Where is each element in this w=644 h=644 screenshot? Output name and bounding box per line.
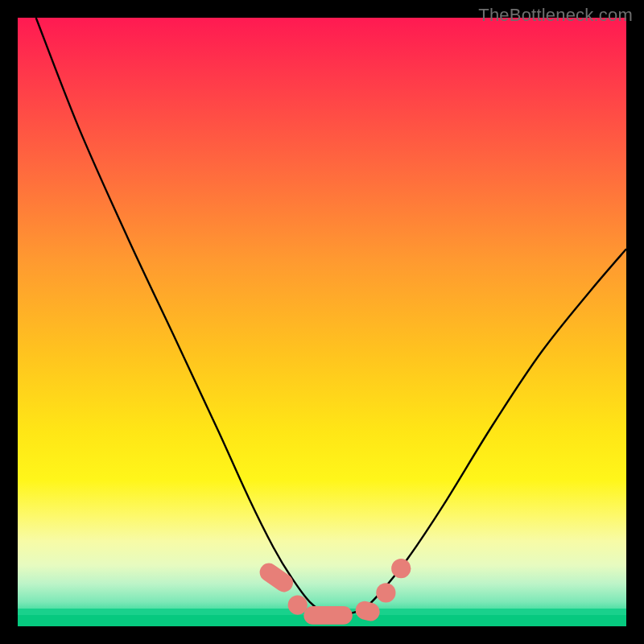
curve-marker-dot bbox=[391, 559, 411, 578]
curve-marker-pill bbox=[353, 599, 382, 623]
curve-marker-pill bbox=[303, 606, 353, 625]
curve-marker-dot bbox=[376, 583, 395, 602]
curve-layer bbox=[18, 18, 626, 626]
curve-marker-dot bbox=[288, 595, 308, 614]
chart-frame: TheBottleneck.com bbox=[0, 0, 644, 644]
watermark-text: TheBottleneck.com bbox=[478, 5, 633, 26]
curve-markers bbox=[256, 559, 411, 625]
curve-marker-pill bbox=[256, 559, 296, 596]
bottleneck-curve bbox=[36, 18, 626, 615]
